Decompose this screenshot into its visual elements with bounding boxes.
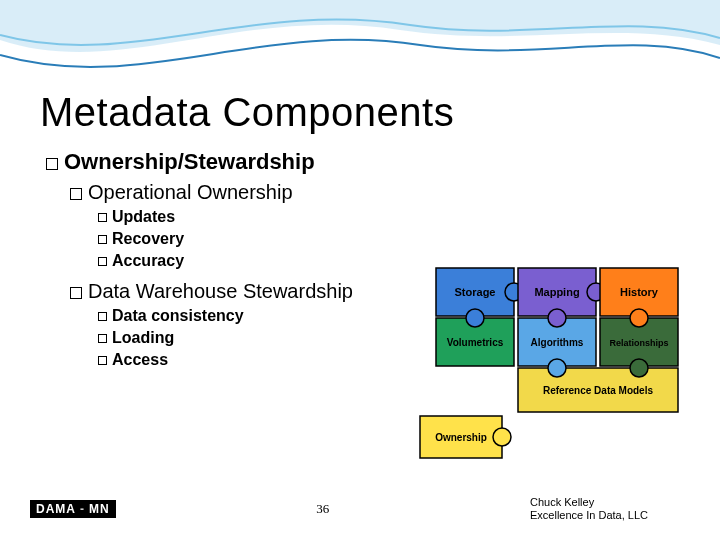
logo-text-right: MN	[89, 502, 110, 516]
bullet-box-icon	[70, 287, 82, 299]
bullet-box-icon	[98, 235, 107, 244]
puzzle-piece-algorithms: Algorithms	[518, 309, 596, 366]
level1-text: Ownership/Stewardship	[64, 149, 315, 174]
heading-ownership-stewardship: Ownership/Stewardship	[46, 149, 680, 175]
svg-point-6	[466, 309, 484, 327]
puzzle-label: Storage	[455, 286, 496, 298]
credit-block: Chuck Kelley Excellence In Data, LLC	[530, 496, 690, 522]
item-text: Data consistency	[112, 307, 244, 324]
puzzle-label: Algorithms	[531, 337, 584, 348]
puzzle-piece-volumetrics: Volumetrics	[436, 309, 514, 366]
item-text: Loading	[112, 329, 174, 346]
dama-logo: DAMA - MN	[30, 500, 116, 518]
item-text: Accuracy	[112, 252, 184, 269]
slide: Metadata Components Ownership/Stewardshi…	[0, 0, 720, 540]
level2-text: Data Warehouse Stewardship	[88, 280, 353, 302]
credit-line2: Excellence In Data, LLC	[530, 509, 690, 522]
logo-dash: -	[80, 502, 85, 516]
heading-operational-ownership: Operational Ownership	[70, 181, 680, 204]
puzzle-graphic: Storage Mapping History Volumetrics Algo…	[418, 260, 698, 470]
item-text: Updates	[112, 208, 175, 225]
puzzle-piece-relationships: Relationships	[600, 309, 678, 366]
logo-text-left: DAMA	[36, 502, 76, 516]
puzzle-label: Relationships	[609, 338, 668, 348]
svg-point-13	[630, 359, 648, 377]
footer: DAMA - MN 36 Chuck Kelley Excellence In …	[0, 496, 720, 522]
puzzle-piece-reference-data-models: Reference Data Models	[518, 359, 678, 412]
puzzle-piece-mapping: Mapping	[518, 268, 605, 316]
level2-text: Operational Ownership	[88, 181, 293, 203]
svg-point-10	[630, 309, 648, 327]
puzzle-piece-ownership: Ownership	[420, 416, 511, 458]
credit-line1: Chuck Kelley	[530, 496, 690, 509]
item-text: Access	[112, 351, 168, 368]
list-item: Updates	[98, 208, 680, 226]
puzzle-piece-storage: Storage	[436, 268, 523, 316]
bullet-box-icon	[98, 257, 107, 266]
bullet-box-icon	[98, 356, 107, 365]
bullet-box-icon	[70, 188, 82, 200]
page-title: Metadata Components	[40, 90, 680, 135]
puzzle-label: Mapping	[534, 286, 579, 298]
item-text: Recovery	[112, 230, 184, 247]
bullet-box-icon	[98, 312, 107, 321]
bullet-box-icon	[98, 213, 107, 222]
svg-point-8	[548, 309, 566, 327]
page-number: 36	[316, 501, 329, 517]
puzzle-label: History	[620, 286, 659, 298]
svg-point-12	[548, 359, 566, 377]
svg-point-15	[493, 428, 511, 446]
bullet-box-icon	[46, 158, 58, 170]
bullet-box-icon	[98, 334, 107, 343]
puzzle-label: Reference Data Models	[543, 385, 653, 396]
puzzle-label: Ownership	[435, 432, 487, 443]
list-item: Recovery	[98, 230, 680, 248]
puzzle-label: Volumetrics	[447, 337, 504, 348]
